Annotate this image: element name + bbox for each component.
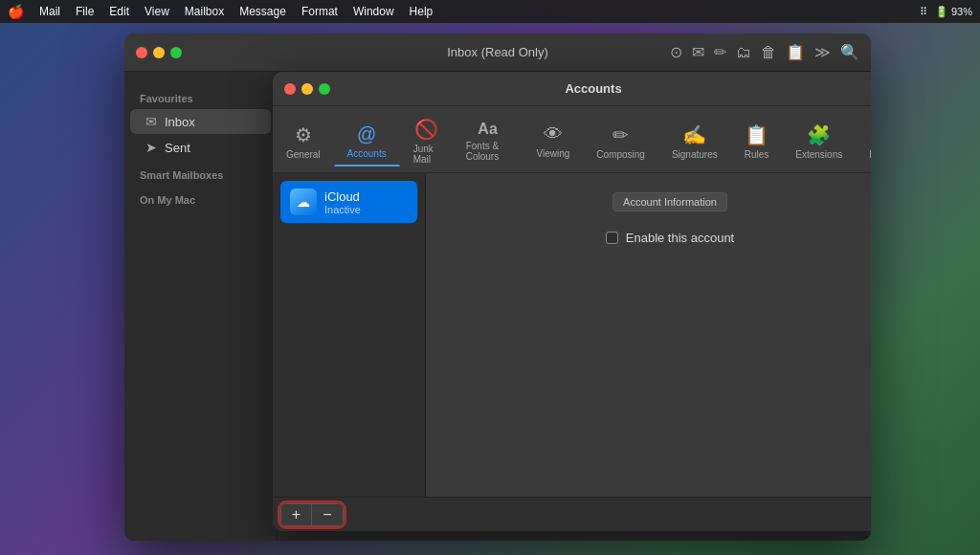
trash-icon[interactable]: 🗑 [761,44,776,61]
modal-titlebar: Accounts [273,72,871,106]
account-info-badge: Account Information [612,192,727,211]
add-remove-buttons: + − [280,503,344,526]
inbox-icon: ✉ [145,114,157,129]
menubar-mailbox[interactable]: Mailbox [185,5,224,18]
sidebar-sent-label: Sent [165,141,190,155]
tab-signatures[interactable]: ✍ Signatures [658,120,731,167]
general-icon: ⚙ [295,123,312,146]
tab-extensions[interactable]: 🧩 Extensions [782,120,856,167]
menubar: 🍎 Mail File Edit View Mailbox Message Fo… [0,0,980,23]
mail-toolbar-right: ⊙ ✉ ✏ 🗂 🗑 📋 ≫ 🔍 [670,43,859,61]
modal-minimize-button[interactable] [301,83,313,95]
apple-menu[interactable]: 🍎 [8,4,24,19]
new-message-icon[interactable]: ✏ [714,43,726,61]
menubar-help[interactable]: Help [410,5,434,18]
sidebar-item-sent[interactable]: ➤ Sent [130,135,271,160]
mail-window-title: Inbox (Read Only) [447,45,548,59]
account-name: iCloud [324,189,361,204]
tab-viewing-label: Viewing [536,148,569,159]
menubar-edit[interactable]: Edit [109,5,129,18]
on-my-mac-label: On My Mac [124,190,277,210]
tab-viewing[interactable]: 👁 Viewing [523,120,583,166]
minimize-button[interactable] [153,47,165,58]
menubar-format[interactable]: Format [301,5,338,18]
signatures-icon: ✍ [682,123,706,146]
modal-bottom-bar: + − ? [273,497,871,531]
tab-junk-label: Junk Mail [413,144,439,165]
accounts-list: ☁ iCloud Inactive [273,173,426,497]
sidebar-item-inbox[interactable]: ✉ Inbox [130,109,271,134]
tab-fonts-label: Fonts & Colours [466,141,510,162]
tab-composing-label: Composing [596,149,645,160]
tab-accounts-label: Accounts [347,148,387,159]
tab-general-label: General [286,149,321,160]
junk-icon: 🚫 [414,118,438,141]
tab-privacy-label: Privacy [869,149,871,160]
tab-privacy[interactable]: ✋ Privacy [856,120,871,167]
viewing-icon: 👁 [544,123,563,145]
accounts-toolbar: ⚙ General @ Accounts 🚫 Junk Mail Aa Font… [273,106,871,173]
search-icon[interactable]: 🔍 [840,43,859,61]
tab-extensions-label: Extensions [795,149,842,160]
rules-icon: 📋 [745,123,768,146]
composing-icon: ✏ [612,123,629,146]
archive-icon[interactable]: 🗂 [736,44,751,61]
tab-fonts[interactable]: Aa Fonts & Colours [453,117,523,169]
traffic-lights [136,47,182,58]
favourites-label: Favourites [124,89,277,108]
tab-rules-label: Rules [745,149,769,160]
accounts-icon: @ [357,123,376,145]
close-button[interactable] [136,47,147,58]
extensions-icon: 🧩 [807,123,831,146]
menubar-file[interactable]: File [76,5,94,18]
add-account-button[interactable]: + [281,504,312,525]
maximize-button[interactable] [170,47,182,58]
icloud-icon: ☁ [290,189,317,215]
account-status: Inactive [324,204,361,215]
fonts-icon: Aa [478,121,497,138]
menubar-status: ⠿ 🔋 93% [920,6,972,18]
enable-account-checkbox[interactable] [606,232,618,244]
mail-icon[interactable]: ✉ [692,43,704,61]
sidebar-inbox-label: Inbox [165,115,195,129]
modal-content: ☁ iCloud Inactive Account Information En… [273,173,871,497]
enable-account-row: Enable this account [606,231,734,245]
mail-sidebar: Favourites ✉ Inbox ➤ Sent Smart Mailboxe… [124,72,278,541]
folder-icon[interactable]: 📋 [786,43,805,61]
tab-general[interactable]: ⚙ General [273,120,334,167]
mail-window: Inbox (Read Only) ⊙ ✉ ✏ 🗂 🗑 📋 ≫ 🔍 Favour… [124,33,871,541]
modal-traffic-lights [284,83,330,95]
account-info: iCloud Inactive [324,189,361,215]
more-icon[interactable]: ≫ [814,43,831,61]
account-details: Account Information Enable this account [426,173,871,497]
tab-junk[interactable]: 🚫 Junk Mail [400,114,453,172]
enable-account-label: Enable this account [626,231,734,245]
tab-accounts[interactable]: @ Accounts [334,120,400,166]
modal-close-button[interactable] [284,83,296,95]
account-item-icloud[interactable]: ☁ iCloud Inactive [280,181,417,223]
remove-account-button[interactable]: − [312,504,343,525]
tab-composing[interactable]: ✏ Composing [583,120,658,167]
tab-rules[interactable]: 📋 Rules [731,120,783,167]
menubar-view[interactable]: View [145,5,169,18]
modal-maximize-button[interactable] [319,83,330,95]
mail-titlebar: Inbox (Read Only) ⊙ ✉ ✏ 🗂 🗑 📋 ≫ 🔍 [124,33,871,72]
menubar-window[interactable]: Window [353,5,394,18]
tab-signatures-label: Signatures [672,149,718,160]
menubar-mail[interactable]: Mail [39,5,60,18]
accounts-modal: Accounts ⚙ General @ Accounts 🚫 Junk Mai… [273,72,871,531]
menubar-message[interactable]: Message [239,5,286,18]
sent-icon: ➤ [145,140,157,155]
smart-mailboxes-label: Smart Mailboxes [124,166,277,185]
compose-icon[interactable]: ⊙ [670,43,682,61]
modal-title: Accounts [565,81,621,96]
